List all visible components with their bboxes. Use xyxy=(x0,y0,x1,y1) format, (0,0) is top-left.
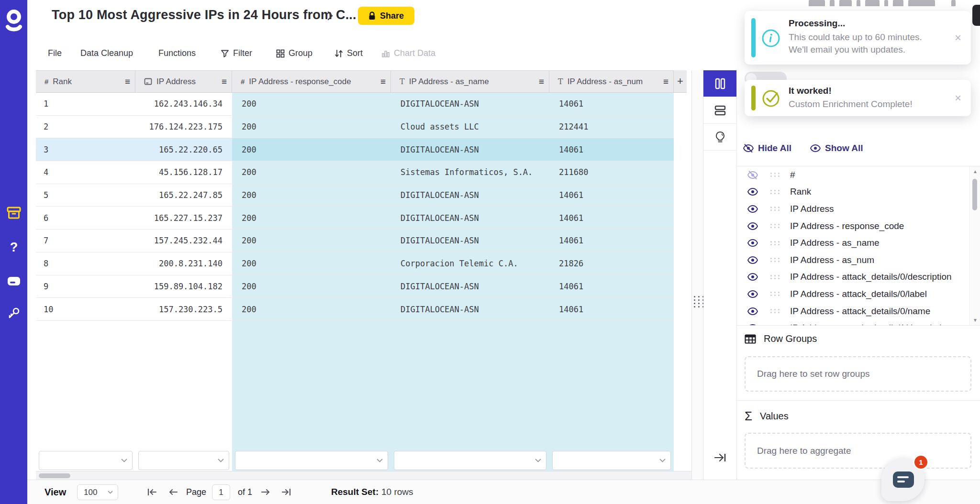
table-row[interactable]: 10157.230.223.5200DIGITALOCEAN-ASN14061 xyxy=(36,298,674,321)
panel-vertical-scrollbar[interactable]: ▲ ▼ xyxy=(969,166,980,325)
column-header-0[interactable]: #Rank≡ xyxy=(36,71,135,92)
cell: DIGITALOCEAN-ASN xyxy=(391,184,549,207)
tab-rows[interactable] xyxy=(703,97,736,124)
column-list-item[interactable]: IP Address - attack_details/0/label xyxy=(737,285,969,303)
share-button[interactable]: Share xyxy=(358,7,414,25)
table-row[interactable]: 9159.89.104.182200DIGITALOCEAN-ASN14061 xyxy=(36,275,674,298)
column-menu-icon[interactable]: ≡ xyxy=(222,77,227,86)
column-list-item[interactable]: # xyxy=(737,166,969,184)
chat-sidebar-icon[interactable] xyxy=(7,274,21,289)
gigasheet-logo-icon[interactable] xyxy=(5,9,23,33)
eye-off-icon[interactable] xyxy=(746,170,759,180)
eye-icon[interactable] xyxy=(746,221,759,231)
tab-ideas[interactable] xyxy=(703,124,736,151)
table-row[interactable]: 445.156.128.17200Sistemas Informaticos, … xyxy=(36,161,674,184)
menu-item-filter[interactable]: Filter xyxy=(221,42,252,65)
key-icon[interactable] xyxy=(7,306,21,320)
column-header-4[interactable]: TIP Address - as_num≡ xyxy=(549,71,674,92)
column-header-label: IP Address - as_num xyxy=(568,77,643,87)
eye-icon[interactable] xyxy=(746,307,759,316)
next-page-button[interactable] xyxy=(261,480,270,504)
vscroll-thumb[interactable] xyxy=(972,179,977,210)
drag-handle-icon[interactable] xyxy=(770,275,780,279)
menu-item-group[interactable]: Group xyxy=(276,42,312,65)
table-row[interactable]: 5165.22.247.85200DIGITALOCEAN-ASN14061 xyxy=(36,184,674,207)
horizontal-scrollbar[interactable] xyxy=(36,471,691,480)
row-groups-dropzone[interactable]: Drag here to set row groups xyxy=(745,356,971,392)
table-row[interactable]: 6165.227.15.237200DIGITALOCEAN-ASN14061 xyxy=(36,207,674,230)
column-filter-select[interactable] xyxy=(138,451,229,470)
prev-page-button[interactable] xyxy=(168,480,178,504)
chevron-down-icon xyxy=(218,459,224,462)
column-list-item[interactable]: IP Address - as_name xyxy=(737,234,969,252)
page-size-select[interactable]: 100 xyxy=(77,484,118,500)
column-filter-select[interactable] xyxy=(552,451,671,470)
column-list-item[interactable]: IP Address - attack_details/1/descriptio… xyxy=(737,319,969,325)
columns-icon xyxy=(714,77,726,90)
table-row[interactable]: 1162.243.146.34200DIGITALOCEAN-ASN14061 xyxy=(36,93,674,116)
eye-icon[interactable] xyxy=(746,238,759,248)
drag-handle-icon[interactable] xyxy=(770,190,780,194)
column-header-1[interactable]: IP Address≡ xyxy=(135,71,232,92)
add-column-button[interactable]: + xyxy=(674,70,687,93)
column-list-item[interactable]: IP Address - attack_details/0/descriptio… xyxy=(737,269,969,286)
drag-handle-icon[interactable] xyxy=(770,207,780,211)
column-list-item[interactable]: IP Address - response_code xyxy=(737,218,969,235)
drag-handle-icon[interactable] xyxy=(770,224,780,228)
scroll-down-icon[interactable]: ▼ xyxy=(973,318,978,323)
column-menu-icon[interactable]: ≡ xyxy=(380,77,386,86)
menu-item-data-cleanup[interactable]: Data Cleanup xyxy=(80,42,133,65)
drag-handle-icon[interactable] xyxy=(770,258,780,262)
column-filter-select[interactable] xyxy=(235,451,388,470)
collapse-panel-button[interactable] xyxy=(703,448,736,467)
eye-icon[interactable] xyxy=(746,204,759,214)
last-page-button[interactable] xyxy=(281,480,291,504)
drag-handle-icon[interactable] xyxy=(770,292,780,296)
hscroll-thumb[interactable] xyxy=(39,473,70,478)
column-header-2[interactable]: #IP Address - response_code≡ xyxy=(232,71,391,92)
column-filter-select[interactable] xyxy=(39,451,133,470)
tab-columns[interactable] xyxy=(703,70,736,97)
menu-item-sort[interactable]: Sort xyxy=(334,42,363,65)
archive-icon[interactable] xyxy=(7,206,21,220)
column-list-item[interactable]: IP Address - attack_details/0/name xyxy=(737,303,969,320)
help-icon[interactable]: ? xyxy=(7,240,21,254)
first-page-button[interactable] xyxy=(147,480,157,504)
menu-item-functions[interactable]: Functions xyxy=(158,42,196,65)
drag-handle-icon[interactable] xyxy=(770,241,780,245)
show-all-button[interactable]: Show All xyxy=(810,143,863,153)
column-filter-select[interactable] xyxy=(394,451,546,470)
column-list-item[interactable]: Rank xyxy=(737,184,969,201)
cell: 8 xyxy=(36,252,135,275)
column-header-3[interactable]: TIP Address - as_name≡ xyxy=(391,71,549,92)
eye-icon[interactable] xyxy=(746,289,759,299)
toast-title: It worked! xyxy=(789,86,832,96)
toast-line: We'll email you with updates. xyxy=(789,44,905,55)
values-dropzone[interactable]: Drag here to aggregate xyxy=(745,433,971,469)
hide-all-button[interactable]: Hide All xyxy=(743,143,791,153)
title-chevron-icon[interactable] xyxy=(327,11,334,21)
menu-item-file[interactable]: File xyxy=(48,42,62,65)
obscured-text-fragment xyxy=(809,0,962,6)
drag-handle-icon[interactable] xyxy=(770,173,780,177)
column-menu-icon[interactable]: ≡ xyxy=(539,77,544,86)
close-icon[interactable]: × xyxy=(955,92,961,104)
table-row[interactable]: 7157.245.232.44200DIGITALOCEAN-ASN14061 xyxy=(36,230,674,252)
column-list-item[interactable]: IP Address xyxy=(737,200,969,218)
table-row[interactable]: 2176.124.223.175200Cloud assets LLC21244… xyxy=(36,116,674,139)
column-menu-icon[interactable]: ≡ xyxy=(125,77,130,86)
table-row[interactable]: 8200.8.231.140200Corporacion Telemic C.A… xyxy=(36,252,674,275)
column-list-item[interactable]: IP Address - as_num xyxy=(737,252,969,269)
panel-resizer[interactable] xyxy=(691,70,703,480)
cell: 157.245.232.44 xyxy=(135,230,232,252)
page-number-input[interactable] xyxy=(212,484,230,500)
close-icon[interactable]: × xyxy=(955,32,961,44)
drag-handle-icon[interactable] xyxy=(770,309,780,313)
eye-icon[interactable] xyxy=(746,255,759,265)
column-menu-icon[interactable]: ≡ xyxy=(663,77,668,86)
eye-icon[interactable] xyxy=(746,187,759,197)
cell: 200.8.231.140 xyxy=(135,252,232,275)
table-row[interactable]: 3165.22.220.65200DIGITALOCEAN-ASN14061 xyxy=(36,138,674,161)
eye-icon[interactable] xyxy=(746,272,759,282)
scroll-up-icon[interactable]: ▲ xyxy=(973,169,978,174)
